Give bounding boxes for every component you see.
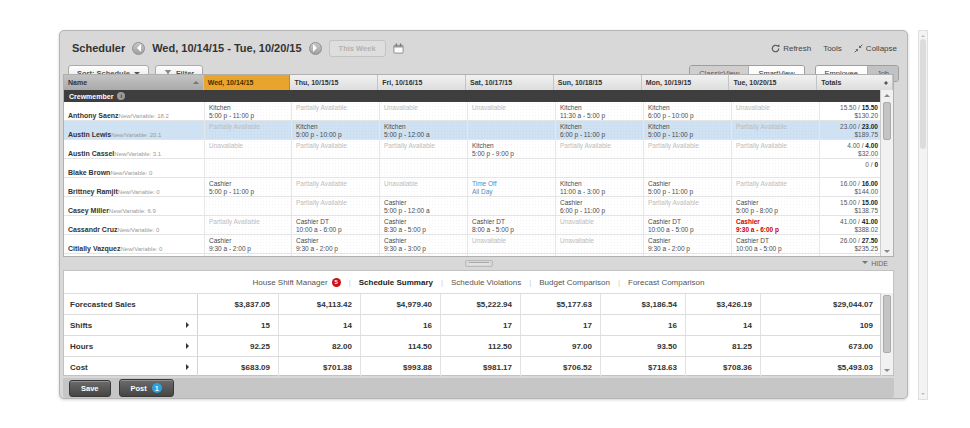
- schedule-cell[interactable]: [467, 159, 555, 177]
- schedule-cell[interactable]: Kitchen11:00 a - 3:00 p: [555, 178, 643, 196]
- schedule-cell[interactable]: [731, 159, 819, 177]
- scroll-down-icon[interactable]: [881, 246, 893, 256]
- column-header-day7[interactable]: Tue, 10/20/15: [729, 75, 817, 90]
- tab-schedule-violations[interactable]: Schedule Violations: [451, 278, 521, 287]
- schedule-cell[interactable]: Partially Available: [291, 102, 379, 120]
- schedule-cell[interactable]: [643, 159, 731, 177]
- schedule-cell[interactable]: Partially Available: [643, 140, 731, 158]
- schedule-cell[interactable]: Cashier5:00 p - 12:00 a: [379, 197, 467, 215]
- schedule-cell[interactable]: Cashier5:00 p - 11:00 p: [204, 178, 291, 196]
- page-scroll-thumb[interactable]: [920, 39, 926, 149]
- schedule-cell[interactable]: Kitchen6:00 p - 11:00 p: [555, 121, 643, 139]
- schedule-cell[interactable]: Cashier9:30 a - 2:00 p: [204, 235, 291, 253]
- collapse-button[interactable]: Collapse: [854, 44, 897, 53]
- tab-forecast-comparison[interactable]: Forecast Comparison: [628, 278, 704, 287]
- column-header-day4[interactable]: Sat, 10/17/15: [466, 75, 554, 90]
- employee-name-cell[interactable]: Brittney RamjitNew/Variable: 0: [64, 178, 204, 196]
- prev-week-button[interactable]: [132, 42, 145, 55]
- calendar-icon[interactable]: [393, 43, 404, 54]
- schedule-cell[interactable]: Partially Available: [555, 140, 643, 158]
- schedule-cell[interactable]: Cashier5:00 p - 11:00 p: [643, 178, 731, 196]
- schedule-cell[interactable]: Partially Available: [731, 178, 819, 196]
- schedule-cell[interactable]: Unavailable: [467, 235, 555, 253]
- schedule-cell[interactable]: [291, 159, 379, 177]
- employee-name-cell[interactable]: Cassandr CruzNew/Variable: 0: [64, 216, 204, 234]
- grid-scrollbar[interactable]: [880, 90, 893, 256]
- schedule-cell[interactable]: Partially Available: [204, 121, 291, 139]
- schedule-cell[interactable]: Cashier DT8:00 a - 5:00 p: [467, 216, 555, 234]
- schedule-cell[interactable]: [379, 159, 467, 177]
- schedule-cell[interactable]: Kitchen5:00 p - 9:00 p: [467, 140, 555, 158]
- schedule-cell[interactable]: [204, 197, 291, 215]
- schedule-cell[interactable]: Kitchen6:00 p - 10:00 p: [643, 102, 731, 120]
- column-header-name[interactable]: Name: [64, 75, 204, 90]
- this-week-button[interactable]: This Week: [329, 40, 386, 57]
- schedule-cell[interactable]: Unavailable: [379, 178, 467, 196]
- schedule-cell[interactable]: [467, 197, 555, 215]
- page-scrollbar[interactable]: [918, 30, 928, 400]
- schedule-cell[interactable]: Unavailable: [379, 102, 467, 120]
- schedule-cell[interactable]: Partially Available: [731, 140, 819, 158]
- schedule-cell[interactable]: Cashier9:30 a - 6:00 p: [731, 216, 819, 234]
- schedule-cell[interactable]: Kitchen5:00 p - 11:00 p: [643, 121, 731, 139]
- schedule-cell[interactable]: Unavailable: [555, 235, 643, 253]
- employee-name-cell[interactable]: Blake BrownNew/Variable: 0: [64, 159, 204, 177]
- schedule-cell[interactable]: Partially Available: [379, 140, 467, 158]
- expander-icon[interactable]: [186, 322, 192, 328]
- schedule-cell[interactable]: Partially Available: [643, 197, 731, 215]
- save-button[interactable]: Save: [69, 380, 111, 397]
- schedule-cell[interactable]: Partially Available: [731, 121, 819, 139]
- group-row-crewmember[interactable]: Crewmember i: [64, 90, 882, 102]
- info-icon[interactable]: i: [117, 92, 125, 100]
- schedule-cell[interactable]: Cashier DT10:00 a - 5:00 p: [643, 216, 731, 234]
- schedule-cell[interactable]: Partially Available: [291, 140, 379, 158]
- schedule-cell[interactable]: Unavailable: [204, 140, 291, 158]
- schedule-cell[interactable]: [467, 121, 555, 139]
- summary-scrollbar[interactable]: [880, 293, 893, 375]
- schedule-cell[interactable]: Cashier6:00 p - 11:00 p: [555, 197, 643, 215]
- scroll-down-icon[interactable]: [921, 393, 925, 397]
- schedule-cell[interactable]: [555, 159, 643, 177]
- employee-name-cell[interactable]: Anthony SaenzNew/Variable: 18.2: [64, 102, 204, 120]
- hide-panel-link[interactable]: HIDE: [862, 259, 888, 267]
- schedule-cell[interactable]: Partially Available: [204, 216, 291, 234]
- scroll-up-icon[interactable]: [881, 90, 893, 100]
- schedule-cell[interactable]: Cashier5:00 p - 8:00 p: [731, 197, 819, 215]
- splitter-handle-icon[interactable]: [465, 260, 493, 267]
- schedule-cell[interactable]: [204, 159, 291, 177]
- schedule-cell[interactable]: Time OffAll Day: [467, 178, 555, 196]
- tools-button[interactable]: Tools: [823, 44, 842, 53]
- column-header-day2[interactable]: Thu, 10/15/15: [290, 75, 378, 90]
- schedule-cell[interactable]: Unavailable: [467, 102, 555, 120]
- expander-icon[interactable]: [186, 364, 192, 370]
- column-header-day6[interactable]: Mon, 10/19/15: [642, 75, 730, 90]
- schedule-cell[interactable]: Partially Available: [291, 197, 379, 215]
- column-header-day3[interactable]: Fri, 10/16/15: [378, 75, 466, 90]
- column-header-day5[interactable]: Sun, 10/18/15: [554, 75, 642, 90]
- employee-name-cell[interactable]: Citlally VazquezNew/Variable: 0: [64, 235, 204, 253]
- schedule-cell[interactable]: Cashier9:30 a - 2:00 p: [643, 235, 731, 253]
- expander-icon[interactable]: [186, 343, 192, 349]
- schedule-cell[interactable]: Cashier DT10:00 a - 6:00 p: [291, 216, 379, 234]
- schedule-cell[interactable]: Cashier9:30 a - 2:00 p: [291, 235, 379, 253]
- schedule-cell[interactable]: Kitchen11:30 a - 5:00 p: [555, 102, 643, 120]
- post-button[interactable]: Post 1: [119, 379, 174, 397]
- summary-scroll-thumb[interactable]: [883, 295, 891, 353]
- schedule-cell[interactable]: Unavailable: [555, 216, 643, 234]
- schedule-cell[interactable]: Kitchen5:00 p - 12:00 a: [379, 121, 467, 139]
- tab-schedule-summary[interactable]: Schedule Summary: [359, 278, 433, 287]
- tab-house-shift-manager[interactable]: House Shift Manager5: [252, 278, 340, 287]
- grid-scroll-thumb[interactable]: [883, 102, 891, 140]
- schedule-cell[interactable]: Kitchen5:00 p - 11:00 p: [204, 102, 291, 120]
- schedule-cell[interactable]: Unavailable: [731, 102, 819, 120]
- schedule-cell[interactable]: Cashier9:30 a - 3:00 p: [379, 235, 467, 253]
- refresh-button[interactable]: Refresh: [771, 44, 811, 53]
- column-header-totals[interactable]: Totals: [817, 75, 893, 90]
- schedule-cell[interactable]: Cashier8:30 a - 5:00 p: [379, 216, 467, 234]
- scroll-up-icon[interactable]: [921, 33, 925, 37]
- scroll-down-icon[interactable]: [881, 365, 893, 375]
- sort-updown-icon[interactable]: [884, 79, 888, 87]
- employee-name-cell[interactable]: Casey MillerNew/Variable: 6.9: [64, 197, 204, 215]
- employee-name-cell[interactable]: Austin CasselNew/Variable: 3.1: [64, 140, 204, 158]
- schedule-cell[interactable]: Kitchen5:00 p - 10:00 p: [291, 121, 379, 139]
